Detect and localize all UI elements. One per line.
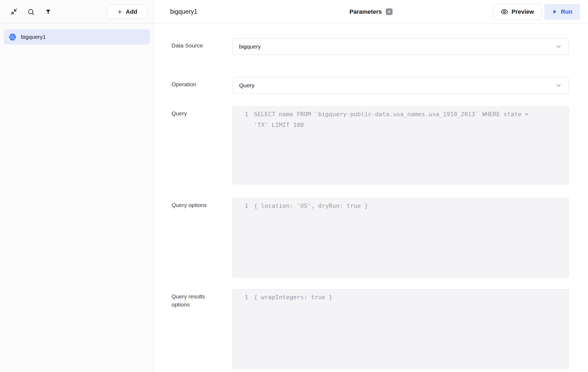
eye-icon — [501, 8, 508, 15]
filter-funnel-icon — [45, 9, 51, 15]
query-label: Query — [172, 106, 232, 184]
chevron-down-icon — [555, 82, 562, 89]
form-row-query-options: Query options 1 { location: 'US', dryRun… — [172, 198, 569, 277]
preview-button-label: Preview — [512, 8, 534, 15]
query-options-label: Query options — [172, 198, 232, 277]
form-row-query-results-options: Query results options 1 { wrapIntegers: … — [172, 289, 569, 369]
chevron-down-icon — [555, 43, 562, 50]
play-icon — [552, 9, 558, 15]
line-number: 1 — [233, 201, 248, 211]
query-placeholder-text: SELECT name FROM `bigquery-public-data.u… — [254, 109, 542, 130]
bigquery-logo-icon — [8, 33, 17, 41]
search-button[interactable] — [26, 7, 36, 16]
form-row-data-source: Data Source bigquery — [172, 38, 569, 55]
operation-select[interactable]: Query — [232, 77, 569, 94]
query-item-label: bigquery1 — [21, 34, 46, 40]
query-editor-panel: bigquery1 Parameters — [154, 0, 588, 372]
app-window: Add bigquery1 bigquery1 Parameters — [0, 0, 588, 372]
header-actions: Preview Run — [493, 4, 580, 20]
query-list: bigquery1 — [0, 24, 154, 50]
query-options-code-editor[interactable]: 1 { location: 'US', dryRun: true } — [232, 198, 569, 277]
sidebar-toolbar: Add — [0, 0, 154, 24]
data-source-select[interactable]: bigquery — [232, 38, 569, 55]
query-form: Data Source bigquery Operation Query — [154, 24, 588, 369]
query-title: bigquery1 — [170, 8, 197, 15]
collapse-panel-button[interactable] — [9, 7, 18, 16]
run-button[interactable]: Run — [544, 4, 580, 20]
parameters-label: Parameters — [349, 8, 382, 15]
line-number: 1 — [233, 109, 248, 120]
add-query-button[interactable]: Add — [107, 5, 147, 19]
add-button-label: Add — [126, 8, 137, 15]
search-icon — [27, 8, 34, 15]
query-editor-header: bigquery1 Parameters — [154, 0, 588, 24]
query-list-item-bigquery1[interactable]: bigquery1 — [4, 29, 150, 44]
query-sidebar: Add bigquery1 — [0, 0, 154, 372]
form-row-operation: Operation Query — [172, 77, 569, 94]
operation-label: Operation — [172, 77, 232, 94]
line-number: 1 — [233, 292, 248, 303]
query-results-options-code-editor[interactable]: 1 { wrapIntegers: true } — [232, 289, 569, 369]
form-row-query: Query 1 SELECT name FROM `bigquery-publi… — [172, 106, 569, 184]
preview-button[interactable]: Preview — [493, 4, 542, 20]
collapse-arrows-icon — [10, 8, 18, 15]
plus-icon — [387, 10, 391, 14]
parameters-section: Parameters — [349, 0, 393, 23]
data-source-value: bigquery — [239, 43, 261, 50]
operation-value: Query — [239, 82, 254, 89]
data-source-label: Data Source — [172, 38, 232, 55]
filter-button[interactable] — [44, 7, 53, 16]
query-code-editor[interactable]: 1 SELECT name FROM `bigquery-public-data… — [232, 106, 569, 184]
query-results-options-placeholder-text: { wrapIntegers: true } — [254, 292, 332, 303]
add-parameter-button[interactable] — [386, 8, 393, 15]
plus-icon — [117, 9, 123, 15]
query-results-options-label: Query results options — [172, 289, 232, 369]
query-options-placeholder-text: { location: 'US', dryRun: true } — [254, 201, 368, 211]
run-button-label: Run — [561, 8, 572, 15]
